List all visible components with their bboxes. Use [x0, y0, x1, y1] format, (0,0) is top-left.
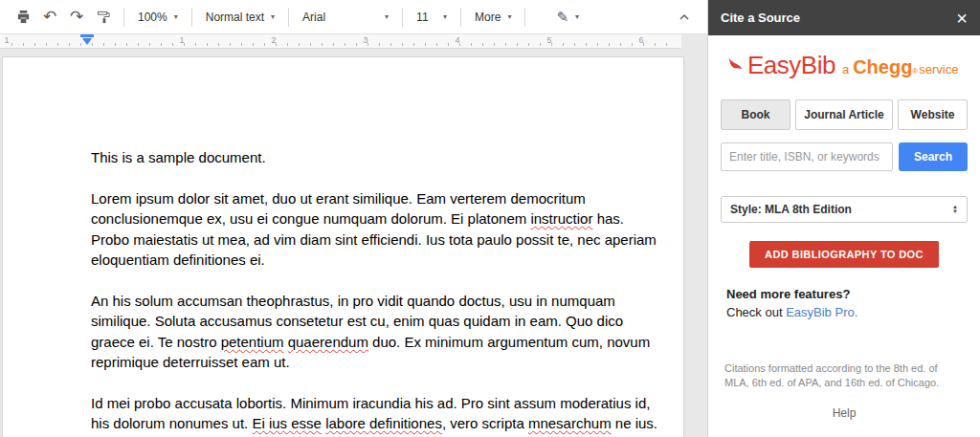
paragraph-style-select[interactable]: Normal text ▾	[199, 5, 281, 30]
ruler-tick	[448, 43, 449, 46]
spinner-arrows-icon: ▲▼	[952, 205, 958, 214]
misspelled-word[interactable]: quaerendum	[288, 334, 368, 350]
ruler-tick	[345, 43, 345, 46]
font-size-select[interactable]: 11 ▾	[410, 5, 454, 30]
ruler-tick	[482, 43, 483, 46]
ruler-tick	[609, 43, 610, 46]
ruler[interactable]: 1123456	[0, 34, 681, 49]
ruler-scale: 1123456	[0, 34, 681, 48]
chevron-down-icon: ▾	[575, 12, 579, 21]
search-button[interactable]: Search	[899, 142, 968, 171]
toolbar-separator	[524, 8, 525, 27]
document-page[interactable]: This is a sample document.Lorem ipsum do…	[2, 56, 684, 437]
editing-mode-button[interactable]: ✎ ▾	[549, 5, 586, 30]
ruler-tick	[195, 43, 196, 46]
sidebar-title: Cite a Source	[721, 11, 956, 25]
text-run: , vero scripta	[442, 415, 528, 431]
help-link[interactable]: Help	[721, 406, 968, 420]
chevron-down-icon: ▾	[443, 12, 447, 21]
misspelled-word[interactable]: labore definitiones	[325, 415, 442, 431]
chevron-down-icon: ▾	[507, 12, 511, 21]
chevron-down-icon: ▾	[174, 12, 178, 21]
misspelled-word[interactable]: petentium	[221, 334, 284, 350]
paint-format-button[interactable]	[90, 5, 117, 30]
print-icon	[16, 10, 31, 24]
first-line-indent-marker[interactable]	[80, 34, 94, 37]
ruler-number: 4	[455, 35, 459, 45]
more-menu[interactable]: More ▾	[468, 5, 518, 30]
chegg-service-label: service	[919, 62, 958, 76]
text-run: Lorem ipsum dolor sit amet, duo ut erant…	[91, 190, 586, 228]
print-button[interactable]	[10, 5, 36, 30]
promo-section: Need more features? Check out EasyBib Pr…	[721, 287, 968, 319]
font-size-value: 11	[416, 11, 428, 24]
tab-website[interactable]: Website	[898, 99, 968, 130]
ruler-tick	[253, 43, 254, 46]
font-select[interactable]: Arial ▾	[296, 5, 395, 30]
ruler-tick	[207, 43, 208, 46]
paragraph-style-value: Normal text	[206, 11, 264, 24]
ruler-tick	[586, 43, 587, 46]
pencil-icon: ✎	[556, 9, 568, 26]
tab-journal-article[interactable]: Journal Article	[795, 99, 893, 130]
misspelled-word[interactable]: mnesarchum	[528, 415, 612, 431]
ruler-tick	[92, 43, 93, 46]
collapse-toolbar-button[interactable]	[671, 5, 698, 30]
undo-button[interactable]: ↶	[36, 5, 63, 30]
paragraph[interactable]: An his solum accumsan theophrastus, in p…	[91, 291, 658, 373]
sidebar-header: Cite a Source ×	[708, 0, 980, 35]
ruler-tick	[356, 43, 357, 46]
paint-roller-icon	[97, 10, 111, 24]
paragraph[interactable]: This is a sample document.	[91, 147, 658, 168]
ruler-tick	[11, 43, 12, 46]
easybib-flame-icon	[724, 55, 746, 76]
ruler-tick	[299, 43, 300, 46]
redo-button[interactable]: ↷	[63, 5, 90, 30]
text-run: This is a sample document.	[91, 149, 266, 165]
ruler-tick	[138, 43, 139, 46]
ruler-tick	[379, 43, 380, 46]
docs-main: ↶ ↷ 100% ▾ Normal text ▾ Arial	[0, 0, 707, 437]
toolbar-separator	[288, 8, 289, 27]
undo-icon: ↶	[43, 7, 56, 27]
close-icon[interactable]: ×	[956, 9, 968, 28]
ruler-tick	[517, 43, 518, 46]
chegg-wordmark: Chegg	[853, 56, 912, 78]
redo-icon: ↷	[70, 7, 83, 27]
ruler-tick	[540, 43, 541, 46]
ruler-tick	[390, 43, 391, 46]
paragraph[interactable]: Lorem ipsum dolor sit amet, duo ut erant…	[91, 188, 658, 271]
ruler-tick	[46, 43, 47, 46]
add-bibliography-button[interactable]: ADD BIBLIOGRAPHY TO DOC	[749, 241, 939, 268]
citation-style-value: Style: MLA 8th Edition	[730, 203, 952, 216]
left-indent-marker[interactable]	[82, 38, 92, 45]
paragraph[interactable]: Id mei probo accusata lobortis. Minimum …	[91, 393, 658, 437]
ruler-tick	[505, 43, 506, 46]
ruler-tick	[264, 43, 265, 46]
ruler-tick	[115, 43, 116, 46]
ruler-tick	[494, 43, 495, 46]
easybib-wordmark: EasyBib	[747, 51, 835, 80]
document-canvas: This is a sample document.Lorem ipsum do…	[0, 49, 707, 437]
more-label: More	[475, 11, 501, 24]
ruler-number: 5	[546, 35, 551, 45]
ruler-tick	[230, 43, 231, 46]
zoom-value: 100%	[138, 11, 167, 24]
ruler-tick	[471, 43, 472, 46]
misspelled-word[interactable]: instructior	[530, 210, 592, 227]
chegg-prefix: a	[842, 62, 849, 76]
easybib-pro-link[interactable]: EasyBib Pro.	[786, 305, 858, 319]
toolbar-separator	[123, 8, 124, 27]
zoom-select[interactable]: 100% ▾	[131, 5, 185, 30]
ruler-number: 1	[179, 35, 184, 45]
search-row: Search	[721, 142, 968, 171]
ruler-tick	[425, 43, 426, 46]
citation-formats-note: Citations formatted according to the 8th…	[721, 361, 968, 390]
sidebar-body: EasyBib a Chegg ® service Book Journal A…	[708, 35, 980, 437]
easybib-logo: EasyBib a Chegg ® service	[721, 51, 968, 80]
search-input[interactable]	[721, 142, 893, 171]
tab-book[interactable]: Book	[721, 99, 791, 130]
ruler-tick	[620, 43, 621, 46]
misspelled-word[interactable]: Ei ius esse	[252, 415, 322, 431]
citation-style-select[interactable]: Style: MLA 8th Edition ▲▼	[721, 196, 968, 223]
